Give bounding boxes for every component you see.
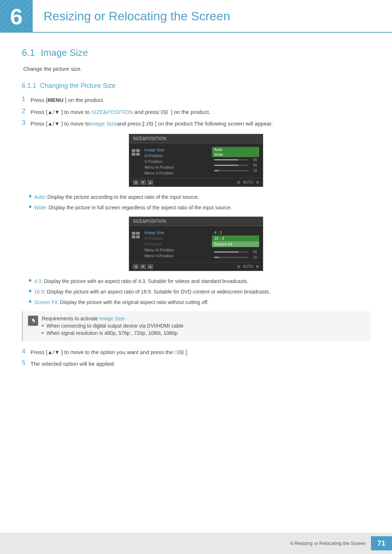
slider-menuhpos-2: 50: [212, 249, 259, 255]
step-text-1: Press [MENU ] on the product.: [30, 96, 370, 104]
note-items: When connecting to digital output device…: [42, 323, 183, 336]
menu-sidebar-icon: [129, 147, 142, 176]
step-num-4: 4: [22, 348, 30, 355]
bullet-screenfit: Screen Fit: Display the picture with the…: [29, 299, 370, 306]
step-3: 3 Press [▲/▼ ] to move toImage Sizeand p…: [22, 120, 370, 128]
menu-item-imagesize: Image Size: [142, 147, 211, 153]
step-num-2: 2: [22, 107, 30, 115]
bullet-square-43: [29, 279, 31, 282]
menu-items-list: Image Size H-Position V-Position Menu H-…: [142, 147, 212, 176]
screenshot-1-bottombar: ◄ ▼ ▲ ⊟ AUTO ⚙: [129, 178, 263, 186]
slider-fill-menuvpos-2: [214, 257, 219, 258]
bottom-right-icons-2: ⊟ AUTO ⚙: [237, 264, 259, 268]
slider-vpos: 50: [212, 163, 259, 168]
subsection-title: 6.1.1 Changing the Picture Size: [22, 82, 370, 90]
slider-bar-menuvpos-2: [214, 257, 248, 258]
bullet-square-screenfit: [29, 300, 31, 303]
screenshot-2-title: SIZE&POSITION: [133, 219, 166, 224]
slider-fill-hpos: [214, 159, 238, 160]
menu-item-hpos-2: H-Position: [142, 235, 211, 241]
note-item-1: When connecting to digital output device…: [42, 323, 183, 329]
bullet-list-1: Auto: Display the picture according to t…: [29, 193, 370, 212]
step-4: 4 Press [▲/▼ ] to move to the option you…: [22, 348, 370, 357]
nav-down-2: ▼: [140, 264, 146, 269]
chapter-number-block: 6: [0, 0, 33, 33]
icon-grid-cell: [132, 153, 135, 156]
nav-up: ▲: [147, 180, 153, 185]
step-2: 2 Press [▲/▼ ] to move to SIZE&POSITION …: [22, 108, 370, 116]
slider-bar-menuhpos-2: [214, 251, 248, 253]
option-wide: Wide: [212, 152, 259, 157]
note-title: Requirements to activate Image Size: [42, 316, 183, 321]
icon-grid-cell: [132, 149, 135, 152]
screenshot-1-title: SIZE&POSITION: [133, 136, 166, 141]
bullet-square-auto: [29, 195, 31, 197]
bullet-square-wide: [29, 206, 31, 208]
screenshot-2-body: Image Size H-Position V-Position Menu H-…: [129, 226, 263, 262]
bullet-43: 4:3: Display the picture with an aspect …: [29, 278, 370, 285]
bullet-auto: Auto: Display the picture according to t…: [29, 193, 370, 201]
nav-left: ◄: [133, 180, 139, 185]
nav-up-2: ▲: [147, 264, 153, 269]
option-screenfit: Screen Fit: [212, 241, 259, 247]
page-footer: 6 Resizing or Relocating the Screen 71: [0, 533, 392, 554]
chapter-header: 6 Resizing or Relocating the Screen: [0, 0, 392, 33]
menu-item-vpos-2: V-Position: [142, 241, 211, 247]
slider-fill-menuhpos-2: [214, 251, 238, 253]
step-5: 5 The selected option will be applied.: [22, 360, 370, 368]
icon-grid-cell: [132, 235, 135, 238]
step-text-5: The selected option will be applied.: [30, 360, 370, 368]
menu-item-vpos: V-Position: [142, 159, 211, 164]
slider-val-hpos: 50: [250, 158, 257, 162]
menu-right-panel-2: 4 : 3 16 : 9 Screen Fit 50 10: [212, 230, 263, 260]
nav-left-2: ◄: [133, 264, 139, 269]
chapter-title-block: Resizing or Relocating the Screen: [33, 0, 392, 33]
note-box: ✎ Requirements to activate Image Size Wh…: [22, 311, 370, 342]
screenshot-1-body: Image Size H-Position V-Position Menu H-…: [129, 143, 263, 178]
step-num-3: 3: [22, 119, 30, 127]
step-num-1: 1: [22, 95, 30, 103]
enter-icon: ⊟: [237, 180, 240, 184]
menu-item-menuvpos: Menu V-Position: [142, 170, 211, 176]
slider-bar-hpos: [214, 159, 248, 160]
steps-list: 1 Press [MENU ] on the product. 2 Press …: [22, 96, 370, 128]
menu-item-hpos: H-Position: [142, 153, 211, 159]
menu-item-menuvpos-2: Menu V-Position: [142, 253, 211, 259]
slider-val-menuvpos: 10: [250, 169, 257, 173]
icon-grid-cell: [136, 149, 140, 152]
screenshot-1: SIZE&POSITION Image Size H-Position V-Po…: [129, 134, 263, 187]
note-item-2: When signal resolution is 480p, 576p , 7…: [42, 330, 183, 336]
slider-hpos: 50: [212, 157, 259, 163]
slider-val-vpos: 50: [250, 163, 257, 167]
screenshot-2-titlebar: SIZE&POSITION: [129, 217, 263, 226]
menu-item-menuhpos-2: Menu H-Position: [142, 247, 211, 253]
screenshot-1-titlebar: SIZE&POSITION: [129, 134, 263, 143]
section-number: 6.1: [22, 47, 35, 58]
slider-menuvpos-2: 10: [212, 255, 259, 260]
menu-sidebar-icon-2: [129, 230, 142, 260]
slider-val-menuhpos-2: 50: [250, 250, 257, 254]
option-169: 16 : 9: [212, 235, 259, 241]
step-1: 1 Press [MENU ] on the product.: [22, 96, 370, 104]
main-content: 6.1 Image Size Change the picture size. …: [0, 47, 392, 403]
nav-icons-1: ◄ ▼ ▲: [133, 180, 153, 185]
bullet-wide-text: Wide: Display the picture in full screen…: [34, 204, 232, 212]
settings-icon-2: ⚙: [256, 264, 259, 268]
bullet-list-2: 4:3: Display the picture with an aspect …: [29, 278, 370, 306]
bullet-screenfit-text: Screen Fit: Display the picture with the…: [34, 299, 209, 306]
icon-grid-cell: [136, 232, 140, 235]
step-num-5: 5: [22, 359, 30, 367]
menu-item-imagesize-2: Image Size: [142, 230, 211, 235]
screenshot-2-bottombar: ◄ ▼ ▲ ⊟ AUTO ⚙: [129, 262, 263, 271]
chapter-number: 6: [10, 4, 23, 29]
grid-icon-2: [132, 232, 140, 238]
option-auto: Auto: [212, 147, 259, 152]
chapter-title: Resizing or Relocating the Screen: [44, 9, 230, 23]
footer-text: 6 Resizing or Relocating the Screen: [290, 541, 366, 546]
step-text-3: Press [▲/▼ ] to move toImage Sizeand pre…: [30, 120, 370, 128]
option-43: 4 : 3: [212, 230, 259, 235]
menu-items-list-2: Image Size H-Position V-Position Menu H-…: [142, 230, 212, 260]
step-text-4: Press [▲/▼ ] to move to the option you w…: [30, 348, 370, 357]
slider-bar-menuvpos: [214, 170, 248, 171]
icon-grid-cell: [136, 235, 140, 238]
